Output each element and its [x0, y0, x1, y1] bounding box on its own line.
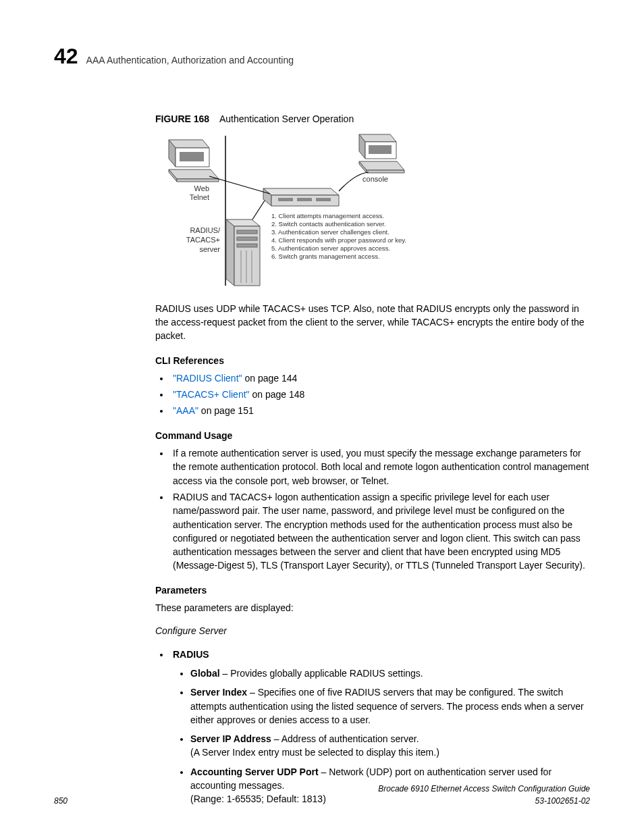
link-suffix: on page 148 [250, 389, 305, 400]
parameters-list: RADIUS Global – Provides globally applic… [170, 648, 590, 806]
svg-rect-19 [297, 198, 312, 201]
svg-rect-18 [278, 198, 293, 201]
fig-label-web: Web [194, 184, 209, 192]
heading-parameters: Parameters [155, 583, 590, 597]
footer-page-number: 850 [54, 796, 68, 807]
list-item: RADIUS and TACACS+ logon authentication … [170, 490, 590, 573]
configure-server-label: Configure Server [155, 624, 590, 637]
list-item: "TACACS+ Client" on page 148 [170, 388, 590, 401]
fig-label-radius2: TACACS+ [186, 236, 220, 244]
param-global: Global [190, 668, 220, 679]
figure-label: FIGURE 168 [155, 113, 209, 124]
cli-references-list: "RADIUS Client" on page 144 "TACACS+ Cli… [170, 371, 590, 418]
svg-rect-27 [237, 237, 257, 240]
fig-step-4: 4. Client responds with proper password … [271, 236, 406, 244]
figure-title: Authentication Server Operation [219, 113, 354, 124]
list-item: Server IP Address – Address of authentic… [190, 732, 590, 760]
svg-rect-11 [369, 145, 392, 154]
chapter-number: 42 [54, 41, 78, 72]
param-server-ip: Server IP Address [190, 733, 271, 744]
list-item: Global – Provides globally applicable RA… [190, 667, 590, 680]
fig-label-radius1: RADIUS/ [190, 226, 221, 234]
page-footer: 850 Brocade 6910 Ethernet Access Switch … [54, 783, 590, 807]
svg-marker-7 [177, 179, 219, 182]
param-radius: RADIUS [173, 649, 209, 660]
svg-marker-15 [263, 188, 339, 195]
list-item: "RADIUS Client" on page 144 [170, 371, 590, 385]
fig-step-1: 1. Client attempts management access. [271, 212, 384, 219]
list-item: If a remote authentication server is use… [170, 446, 590, 488]
svg-marker-25 [234, 226, 260, 286]
svg-marker-12 [359, 161, 404, 170]
param-text: – Specifies one of five RADIUS servers t… [190, 687, 584, 725]
fig-step-5: 5. Authentication server approves access… [271, 244, 390, 252]
list-item: RADIUS Global – Provides globally applic… [170, 648, 590, 806]
svg-rect-26 [237, 230, 257, 234]
param-text: – Address of authentication server. [271, 733, 419, 744]
page-header: 42 AAA Authentication, Authorization and… [54, 41, 590, 72]
list-item: Server Index – Specifies one of five RAD… [190, 685, 590, 727]
chapter-title: AAA Authentication, Authorization and Ac… [86, 53, 294, 67]
link-tacacs-client[interactable]: "TACACS+ Client" [173, 389, 250, 400]
svg-marker-14 [367, 170, 404, 173]
fig-step-2: 2. Switch contacts authentication server… [271, 220, 386, 228]
parameters-intro: These parameters are displayed: [155, 601, 590, 615]
svg-rect-4 [180, 152, 204, 161]
svg-marker-24 [226, 219, 234, 286]
fig-label-console: console [363, 175, 388, 183]
link-radius-client[interactable]: "RADIUS Client" [173, 373, 242, 384]
command-usage-list: If a remote authentication server is use… [170, 446, 590, 573]
footer-doc-title: Brocade 6910 Ethernet Access Switch Conf… [378, 783, 590, 795]
svg-rect-28 [237, 244, 257, 247]
param-server-index: Server Index [190, 687, 247, 698]
link-aaa[interactable]: "AAA" [173, 405, 198, 416]
link-suffix: on page 151 [198, 405, 254, 416]
fig-step-3: 3. Authentication server challenges clie… [271, 228, 390, 236]
link-suffix: on page 144 [242, 373, 298, 384]
footer-doc-id: 53-1002651-02 [378, 796, 590, 807]
heading-cli-references: CLI References [155, 354, 590, 367]
heading-command-usage: Command Usage [155, 429, 590, 442]
paragraph-intro: RADIUS uses UDP while TACACS+ uses TCP. … [155, 302, 590, 343]
param-text: – Provides globally applicable RADIUS se… [220, 668, 423, 679]
fig-label-radius3: server [199, 245, 220, 253]
svg-rect-20 [316, 198, 331, 201]
figure-caption: FIGURE 168 Authentication Server Operati… [155, 112, 590, 126]
list-item: "AAA" on page 151 [170, 404, 590, 417]
fig-label-telnet: Telnet [190, 193, 209, 201]
svg-line-21 [209, 176, 270, 194]
param-extra: (A Server Index entry must be selected t… [190, 747, 439, 758]
fig-step-6: 6. Switch grants management access. [271, 253, 380, 260]
param-acct-port: Accounting Server UDP Port [190, 766, 319, 777]
svg-marker-5 [169, 170, 219, 179]
figure-diagram: Web Telnet console [155, 133, 590, 288]
